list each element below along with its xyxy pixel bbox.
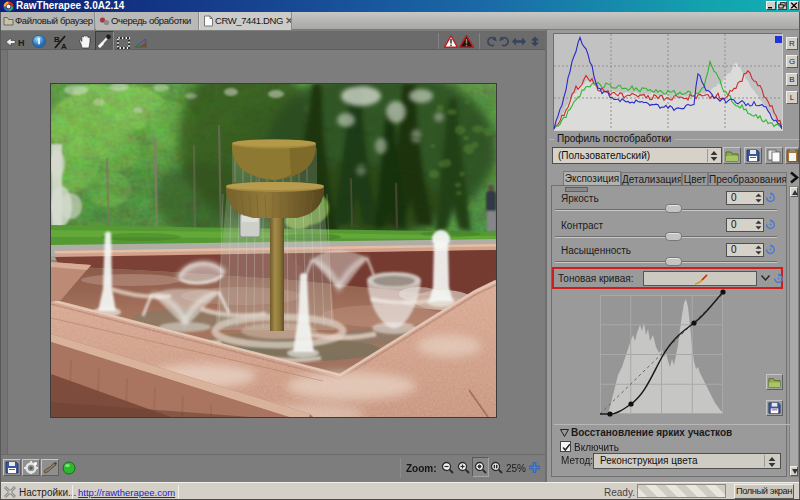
svg-text:H: H xyxy=(18,38,25,47)
svg-text:A: A xyxy=(61,42,67,50)
